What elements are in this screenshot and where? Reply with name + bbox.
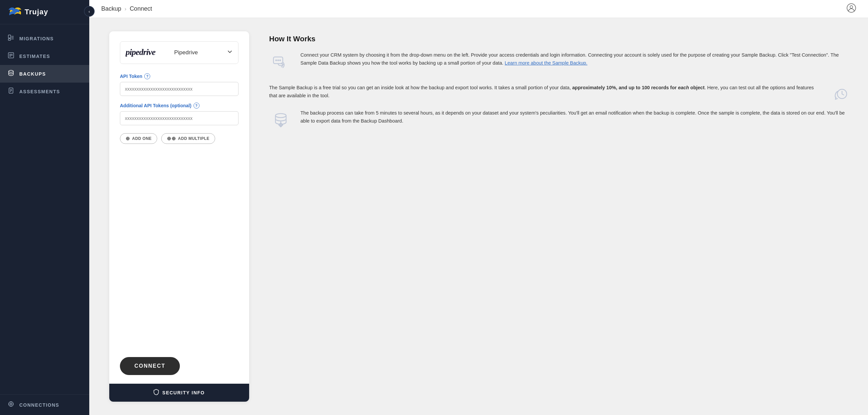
how-section-1-text: Connect your CRM system by choosing it f… [301,51,848,67]
backup-connect-icon [269,51,292,74]
svg-point-14 [10,403,12,405]
additional-tokens-help-icon[interactable]: ? [193,103,199,108]
add-one-icon: ⊕ [126,135,130,141]
sidebar-item-migrations[interactable]: Migrations [0,30,89,47]
crm-logo: pipedrive [126,46,169,59]
sidebar-bottom: Connections [0,394,89,415]
api-token-label: API Token ? [120,73,239,79]
svg-point-24 [275,114,286,118]
connect-button[interactable]: CONNECT [120,357,180,375]
breadcrumb-parent: Backup [101,5,121,12]
add-buttons-row: ⊕ ADD ONE ⊕⊕ ADD MULTIPLE [120,133,239,144]
migrations-label: Migrations [19,36,54,41]
sidebar: Trujay ‹ Migrations Estimates Backups [0,0,89,415]
learn-more-link[interactable]: Learn more about the Sample Backup. [505,60,587,66]
form-card-footer: CONNECT SECURITY INFO [109,350,249,402]
migrations-icon [7,34,14,43]
logo-icon [7,6,22,18]
shield-icon [154,389,159,396]
sidebar-collapse-button[interactable]: ‹ [84,6,95,17]
main-area: Backup › Connect pipedrive [89,0,868,415]
add-multiple-icon: ⊕⊕ [167,135,176,141]
user-menu-button[interactable] [847,3,856,15]
backup-timer-icon [828,84,848,104]
assessments-label: Assessments [19,89,60,94]
additional-tokens-label: Additional API Tokens (optional) ? [120,103,239,108]
crm-chevron-icon [227,49,233,56]
logo-text: Trujay [25,8,48,16]
estimates-label: Estimates [19,54,50,59]
security-info-bar[interactable]: SECURITY INFO [109,384,249,402]
topbar: Backup › Connect [89,0,868,18]
backups-label: Backups [19,71,46,76]
sidebar-item-assessments[interactable]: Assessments [0,83,89,100]
how-section-2: The Sample Backup is a free trial so you… [269,84,848,100]
svg-point-20 [275,60,277,61]
crm-selector[interactable]: pipedrive Pipedrive [120,41,239,64]
svg-text:pipedrive: pipedrive [126,47,156,57]
add-multiple-button[interactable]: ⊕⊕ ADD MULTIPLE [161,133,215,144]
breadcrumb-current: Connect [130,5,152,12]
content-area: pipedrive Pipedrive API Token ? [89,18,868,415]
svg-point-9 [9,70,13,72]
security-info-label: SECURITY INFO [162,390,205,395]
api-token-help-icon[interactable]: ? [144,73,150,79]
api-token-field: API Token ? [120,73,239,103]
add-one-button[interactable]: ⊕ ADD ONE [120,133,157,144]
how-section-3-text: The backup process can take from 5 minut… [301,109,848,125]
how-section-3: The backup process can take from 5 minut… [269,109,848,133]
svg-point-22 [279,60,281,61]
breadcrumb-separator: › [125,6,126,12]
sidebar-item-backups[interactable]: Backups [0,65,89,83]
additional-tokens-field: Additional API Tokens (optional) ? [120,103,239,132]
how-section-1: Connect your CRM system by choosing it f… [269,51,848,74]
how-it-works-panel: How It Works Connect your CRM syste [269,31,848,402]
assessments-icon [7,87,14,96]
form-card: pipedrive Pipedrive API Token ? [109,31,249,402]
sidebar-item-connections[interactable]: Connections [7,401,82,409]
breadcrumb: Backup › Connect [101,5,152,12]
connections-icon [7,401,14,409]
backups-icon [7,70,14,78]
logo-area: Trujay [0,0,89,24]
form-card-body: pipedrive Pipedrive API Token ? [109,31,249,350]
svg-point-17 [850,6,853,8]
backup-download-icon [269,109,292,133]
connections-label: Connections [19,402,59,408]
estimates-icon [7,52,14,60]
svg-rect-0 [8,35,11,38]
sidebar-item-estimates[interactable]: Estimates [0,47,89,65]
crm-name: Pipedrive [174,49,221,56]
sidebar-nav: Migrations Estimates Backups Assessments [0,24,89,394]
api-token-input[interactable] [120,82,239,96]
how-it-works-title: How It Works [269,35,848,43]
svg-rect-1 [8,39,11,40]
svg-point-21 [277,60,279,61]
additional-tokens-input[interactable] [120,111,239,125]
